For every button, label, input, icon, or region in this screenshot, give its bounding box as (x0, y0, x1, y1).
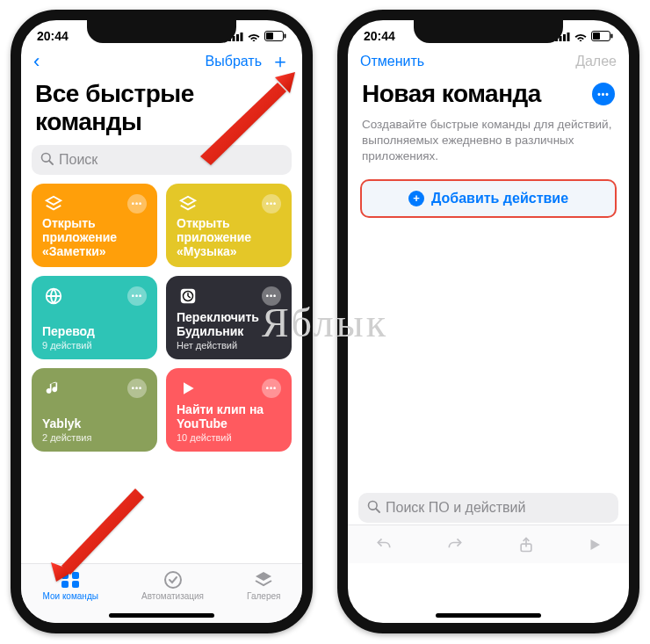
card-more-button[interactable]: ••• (127, 194, 147, 213)
play-icon (177, 377, 199, 400)
tab-label: Мои команды (43, 591, 98, 601)
card-subtitle: Нет действий (177, 340, 281, 351)
svg-rect-29 (611, 34, 613, 39)
svg-rect-28 (593, 33, 600, 40)
card-title: Переключить Будильник (177, 310, 281, 338)
annotation-arrow (49, 483, 146, 589)
shortcut-card[interactable]: ••• Открыть приложение «Заметки» (32, 184, 157, 267)
next-button[interactable]: Далее (575, 54, 617, 69)
svg-line-31 (376, 509, 379, 512)
wifi-icon (247, 32, 261, 41)
cancel-button[interactable]: Отменить (360, 54, 424, 69)
layers-icon (177, 192, 199, 215)
card-subtitle: 2 действия (42, 432, 147, 443)
shortcut-card[interactable]: ••• Yablyk2 действия (32, 368, 157, 452)
search-placeholder: Поиск ПО и действий (386, 500, 525, 516)
tab-automation[interactable]: Автоматизация (141, 570, 204, 601)
options-button[interactable]: ••• (592, 83, 615, 105)
annotation-arrow (191, 70, 297, 167)
plus-circle-icon: + (408, 191, 424, 206)
status-time: 20:44 (37, 29, 69, 43)
card-subtitle: 10 действий (177, 432, 281, 443)
shortcut-card[interactable]: ••• Перевод9 действий (32, 276, 157, 359)
home-indicator[interactable] (109, 613, 214, 618)
search-placeholder: Поиск (59, 152, 98, 168)
page-title: Новая команда (362, 80, 541, 108)
globe-icon (42, 285, 65, 308)
notch (87, 18, 236, 43)
card-title: Перевод (42, 324, 147, 338)
wifi-icon (574, 32, 588, 41)
shortcut-card[interactable]: ••• Найти клип на YouTube10 действий (166, 368, 292, 452)
card-title: Yablyk (42, 416, 147, 431)
shortcut-card[interactable]: ••• Открыть приложение «Музыка» (166, 184, 292, 267)
battery-icon (264, 31, 286, 41)
navbar: Отменить Далее (348, 47, 629, 76)
shortcut-card[interactable]: ••• Переключить БудильникНет действий (166, 276, 292, 359)
run-button[interactable] (587, 537, 603, 553)
card-more-button[interactable]: ••• (262, 194, 281, 213)
search-icon (40, 152, 54, 169)
card-title: Найти клип на YouTube (177, 402, 281, 431)
search-actions-input[interactable]: Поиск ПО и действий (358, 493, 618, 523)
svg-rect-26 (567, 33, 570, 41)
tab-gallery[interactable]: Галерея (247, 570, 280, 601)
notch (414, 18, 563, 43)
card-more-button[interactable]: ••• (127, 286, 147, 306)
back-button[interactable]: ‹ (33, 50, 40, 73)
card-more-button[interactable]: ••• (262, 286, 281, 306)
svg-marker-10 (181, 197, 196, 205)
card-title: Открыть приложение «Музыка» (177, 216, 281, 258)
share-button[interactable] (517, 535, 535, 554)
svg-marker-33 (591, 539, 601, 550)
svg-rect-6 (285, 34, 286, 39)
clock-icon (177, 285, 199, 308)
card-subtitle: 9 действий (42, 340, 147, 351)
layers-icon (42, 192, 65, 215)
search-icon (367, 500, 380, 517)
add-action-label: Добавить действие (431, 191, 568, 206)
svg-rect-2 (236, 34, 239, 41)
svg-rect-3 (241, 33, 243, 41)
svg-marker-9 (47, 197, 61, 205)
status-time: 20:44 (364, 29, 395, 43)
svg-rect-5 (266, 33, 273, 40)
svg-rect-25 (563, 34, 566, 41)
shortcuts-grid: ••• Открыть приложение «Заметки» ••• Отк… (21, 184, 302, 452)
svg-line-8 (49, 161, 53, 164)
svg-marker-22 (256, 572, 271, 581)
phone-right: 20:44 Отменить Далее Новая команда ••• С… (337, 10, 639, 633)
redo-button[interactable] (445, 536, 465, 554)
add-action-button[interactable]: + Добавить действие (360, 179, 617, 218)
svg-point-21 (165, 572, 181, 588)
svg-marker-37 (61, 488, 144, 575)
editor-toolbar (348, 525, 629, 563)
card-more-button[interactable]: ••• (127, 379, 147, 398)
card-title: Открыть приложение «Заметки» (42, 216, 147, 258)
svg-marker-16 (184, 382, 194, 394)
undo-button[interactable] (374, 536, 394, 554)
select-button[interactable]: Выбрать (206, 54, 262, 69)
svg-marker-35 (200, 83, 286, 165)
battery-icon (591, 31, 613, 41)
description-text: Создавайте быстрые команды для действий,… (348, 117, 629, 165)
card-more-button[interactable]: ••• (262, 379, 281, 398)
tab-label: Галерея (247, 591, 280, 601)
music-note-icon (42, 377, 65, 400)
home-indicator[interactable] (436, 613, 541, 618)
add-button[interactable]: ＋ (271, 52, 290, 71)
chevron-left-icon: ‹ (33, 50, 40, 73)
tab-label: Автоматизация (141, 591, 204, 601)
